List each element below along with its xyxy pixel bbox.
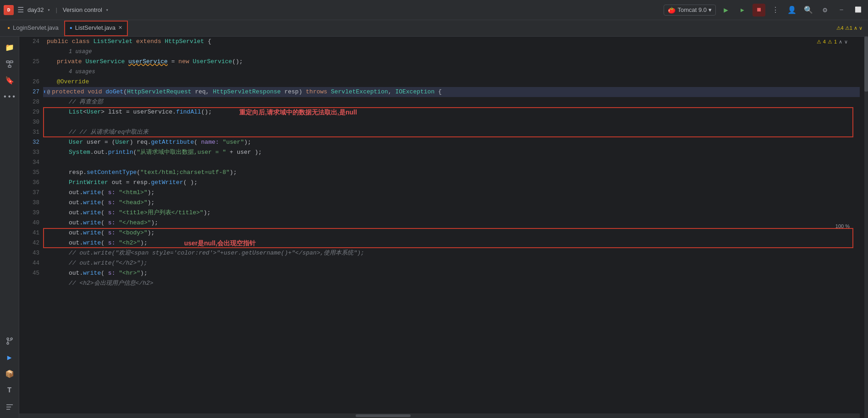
ln-34: 34: [19, 157, 39, 168]
code-line-43: // out.write("欢迎<span style='color:red'>…: [43, 248, 860, 258]
code-line-37: out.write( s: "<html>");: [43, 188, 860, 198]
left-sidebar: 📁 🔖 ••• ▶ 📦 T: [0, 37, 19, 418]
svg-rect-1: [10, 61, 13, 63]
account-button[interactable]: 👤: [786, 4, 798, 16]
code-line-26: @Override: [43, 77, 860, 87]
editor-area: ⚠ 4 ⚠ 1 ∧ ∨ 24 25 26 27 28 29 30: [19, 37, 860, 418]
svg-point-6: [7, 342, 9, 344]
code-line-45: out.write( s: "<hr>");: [43, 268, 860, 278]
settings-button[interactable]: ⚙: [819, 4, 831, 16]
code-line-40: out.write( s: "</head>");: [43, 218, 860, 228]
code-line-28: // 再查全部: [43, 97, 860, 107]
code-line-35: resp.setContentType("text/html;charset=u…: [43, 168, 860, 178]
ln-36: 36: [19, 178, 39, 188]
sidebar-item-run[interactable]: ▶: [2, 350, 17, 365]
project-dropdown-icon[interactable]: ▾: [47, 7, 50, 13]
hamburger-menu[interactable]: ☰: [17, 5, 24, 15]
ln-45: 45: [19, 268, 39, 278]
ln-24: 24: [19, 37, 39, 47]
sidebar-item-folder[interactable]: 📁: [2, 40, 17, 55]
ln-25: 25: [19, 57, 39, 67]
annotation-null1: 重定向后,请求域中的数据无法取出,是null: [239, 107, 357, 117]
tab-dot-list: ●: [70, 25, 72, 30]
svg-rect-0: [6, 61, 9, 63]
debug-button[interactable]: ▶: [736, 4, 749, 16]
vc-dropdown-icon[interactable]: ▾: [106, 7, 109, 13]
ln-29: 29: [19, 107, 39, 117]
tomcat-icon: 🍅: [668, 6, 676, 14]
tab-label-login: LoginServlet.java: [13, 24, 59, 31]
ln-44: 44: [19, 258, 39, 268]
zoom-level: 100 %: [835, 223, 850, 229]
ln-43: 43: [19, 248, 39, 258]
search-everywhere-button[interactable]: 🔍: [802, 4, 815, 16]
tab-close-list[interactable]: ✕: [118, 25, 122, 31]
sidebar-item-terminal[interactable]: T: [2, 383, 17, 398]
sidebar-item-problems[interactable]: [2, 400, 17, 414]
tomcat-label: Tomcat 9.0: [677, 6, 707, 13]
sidebar-item-structure[interactable]: [2, 57, 17, 71]
app-logo: D: [4, 5, 14, 15]
tomcat-run-config[interactable]: 🍅 Tomcat 9.0 ▾: [664, 5, 716, 16]
code-line-25: private UserService userService = new Us…: [43, 57, 860, 67]
ln-usage2: [19, 67, 39, 77]
stop-button[interactable]: ■: [753, 4, 765, 16]
svg-rect-2: [8, 65, 11, 67]
svg-point-4: [7, 338, 9, 340]
main-layout: 📁 🔖 ••• ▶ 📦 T: [0, 37, 868, 418]
code-line-36: PrintWriter out = resp.getWriter( );: [43, 178, 860, 188]
ln-41: 41: [19, 228, 39, 238]
code-line-42: out.write( s: "<h2>"); user是null,会出现空指针: [43, 238, 860, 248]
horizontal-scrollbar[interactable]: [19, 413, 860, 418]
tab-dot-login: ●: [7, 25, 10, 30]
right-scrollbar-panel: [860, 37, 868, 418]
warnings-counter[interactable]: ⚠4 ⚠1 ∧ ∨: [836, 25, 863, 31]
sidebar-item-packages[interactable]: 📦: [2, 367, 17, 381]
code-line-38: out.write( s: "<head>");: [43, 198, 860, 208]
ln-40: 40: [19, 218, 39, 228]
ln-31: 31: [19, 127, 39, 137]
code-line-33: System.out.println("从请求域中取出数据,user = " +…: [43, 147, 860, 157]
code-line-39: out.write( s: "<title>用户列表</title>");: [43, 208, 860, 218]
ln-33: 33: [19, 147, 39, 157]
code-line-27: ⬆ @ protected void doGet(HttpServletRequ…: [43, 87, 860, 97]
tabs-right-area: ⚠4 ⚠1 ∧ ∨: [836, 25, 866, 31]
code-line-usage2: 4 usages: [43, 67, 860, 77]
tab-login-servlet[interactable]: ● LoginServlet.java: [2, 21, 64, 36]
ln-38: 38: [19, 198, 39, 208]
ln-usage1: [19, 47, 39, 57]
tabs-bar: ● LoginServlet.java ● ListServlet.java ✕…: [0, 20, 868, 37]
code-line-30: [43, 117, 860, 127]
toolbar: D ☰ day32 ▾ | Version control ▾ 🍅 Tomcat…: [0, 0, 868, 20]
vscroll-thumb[interactable]: [864, 37, 868, 92]
ln-39: 39: [19, 208, 39, 218]
project-name[interactable]: day32: [27, 6, 44, 13]
tab-list-servlet[interactable]: ● ListServlet.java ✕: [64, 21, 128, 36]
vscroll-track: [864, 37, 868, 418]
version-control-label[interactable]: Version control: [63, 6, 102, 13]
ln-26: 26: [19, 77, 39, 87]
ln-42: 42: [19, 238, 39, 248]
more-actions-button[interactable]: ⋮: [769, 4, 782, 16]
code-lines: public class ListServlet extends HttpSer…: [43, 37, 860, 413]
ln-27: 27: [19, 87, 39, 97]
code-line-34: [43, 157, 860, 168]
run-button[interactable]: ▶: [720, 4, 732, 16]
tomcat-dropdown-icon[interactable]: ▾: [709, 6, 712, 13]
ln-35: 35: [19, 168, 39, 178]
maximize-button[interactable]: ⬜: [852, 4, 864, 16]
ln-46: [19, 278, 39, 288]
sidebar-item-git[interactable]: [2, 334, 17, 348]
sidebar-item-bookmark[interactable]: 🔖: [2, 73, 17, 88]
ln-28: 28: [19, 97, 39, 107]
sidebar-item-more[interactable]: •••: [2, 90, 17, 104]
code-line-24: public class ListServlet extends HttpSer…: [43, 37, 860, 47]
line-numbers: 24 25 26 27 28 29 30 31 32 33 34 35 36 3…: [19, 37, 43, 288]
code-content[interactable]: ⚠ 4 ⚠ 1 ∧ ∨ 24 25 26 27 28 29 30: [19, 37, 860, 413]
ln-30: 30: [19, 117, 39, 127]
code-line-41: out.write( s: "<body>");: [43, 228, 860, 238]
minimize-button[interactable]: —: [835, 4, 848, 16]
toolbar-left: D ☰ day32 ▾ | Version control ▾: [4, 5, 661, 15]
hscroll-thumb[interactable]: [356, 414, 411, 417]
ln-32: 32: [19, 137, 39, 147]
